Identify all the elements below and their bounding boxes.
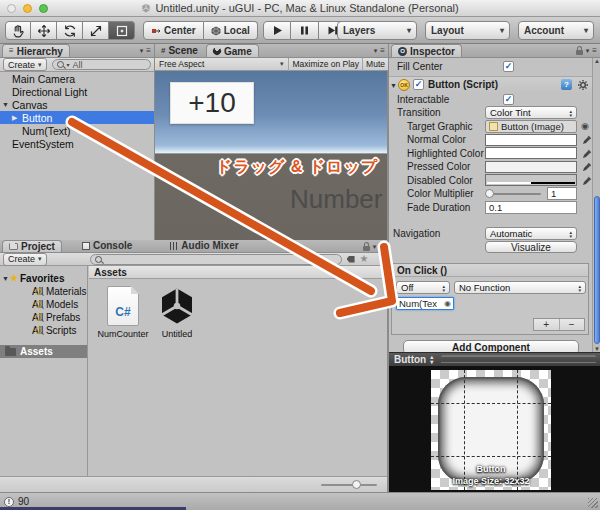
color-multiplier-field[interactable]: 1 — [547, 187, 577, 200]
layers-dropdown[interactable]: Layers — [337, 21, 417, 40]
foldout-open-icon[interactable]: ▼ — [390, 82, 397, 89]
hierarchy-item-eventsystem[interactable]: EventSystem — [0, 137, 154, 150]
file-numcounter[interactable]: C# NumCounter — [97, 286, 149, 339]
foldout-open-icon[interactable]: ▼ — [2, 275, 9, 282]
tab-inspector[interactable]: Inspector — [391, 44, 462, 57]
eyedropper-icon[interactable] — [582, 135, 592, 145]
favorites-all-models[interactable]: All Models — [0, 298, 87, 311]
tab-project[interactable]: Project — [2, 240, 62, 252]
lock-icon[interactable] — [576, 50, 583, 55]
panel-caret-icon[interactable]: ▾ — [140, 46, 144, 56]
aspect-dropdown[interactable]: Free Aspect — [159, 59, 204, 69]
hierarchy-item-canvas[interactable]: ▼Canvas — [0, 98, 154, 111]
scrollbar-thumb[interactable] — [594, 196, 600, 344]
favorites-all-scripts[interactable]: All Scripts — [0, 324, 87, 337]
preview-title-label: Button — [394, 354, 426, 365]
tab-game[interactable]: Game — [206, 44, 259, 57]
panel-menu-icon[interactable]: ≡ — [592, 46, 597, 56]
rect-tool-icon[interactable] — [109, 21, 135, 40]
lock-icon[interactable] — [363, 246, 370, 251]
color-multiplier-slider[interactable] — [485, 193, 541, 195]
foldout-open-icon[interactable]: ▼ — [2, 101, 9, 108]
eyedropper-icon[interactable] — [582, 176, 592, 186]
preview-header[interactable]: Button ▴▾ — [389, 352, 600, 366]
event-target-object-field[interactable]: Num(Tex ◉ — [396, 297, 454, 310]
panel-caret-icon[interactable]: ▾ — [373, 242, 377, 252]
pressed-color-swatch[interactable] — [485, 161, 577, 173]
transition-dropdown[interactable]: Color Tint — [485, 106, 577, 119]
hierarchy-item-main-camera[interactable]: Main Camera — [0, 72, 154, 85]
object-picker-icon[interactable]: ◉ — [581, 121, 589, 131]
resize-grip[interactable] — [588, 498, 598, 508]
panel-menu-icon[interactable]: ≡ — [379, 242, 384, 252]
hierarchy-create-button[interactable]: Create — [3, 58, 47, 71]
scroll-up-icon[interactable]: ▲ — [593, 58, 600, 64]
hierarchy-search-input[interactable]: ▾ All — [52, 59, 151, 70]
button-script-header[interactable]: ▼ Button (Script) — [389, 76, 593, 93]
object-picker-icon[interactable]: ◉ — [444, 299, 451, 308]
event-function-dropdown[interactable]: No Function — [454, 281, 586, 294]
panel-menu-icon[interactable]: ≡ — [380, 46, 385, 56]
event-state-dropdown[interactable]: Off — [396, 281, 450, 294]
close-window-button[interactable] — [7, 4, 16, 13]
mute-button[interactable]: Mute — [366, 59, 385, 69]
file-untitled[interactable]: Untitled — [151, 286, 203, 339]
play-button[interactable] — [263, 21, 291, 40]
panel-caret-icon[interactable]: ▾ — [586, 46, 590, 56]
space-local-button[interactable]: Local — [204, 21, 258, 40]
move-tool-icon[interactable] — [31, 21, 57, 40]
panel-caret-icon[interactable]: ▾ — [374, 46, 378, 56]
navigation-dropdown[interactable]: Automatic — [485, 227, 577, 240]
target-graphic-object-field[interactable]: Button (Image) — [485, 120, 577, 133]
warning-icon[interactable] — [4, 497, 14, 507]
rotate-tool-icon[interactable] — [57, 21, 83, 40]
maximize-window-button[interactable] — [39, 4, 48, 13]
fill-center-checkbox[interactable] — [503, 61, 514, 72]
foldout-closed-icon[interactable]: ▶ — [12, 114, 17, 122]
game-plus10-button[interactable]: +10 — [170, 82, 254, 124]
pivot-center-button[interactable]: Center — [143, 21, 204, 40]
panel-menu-icon[interactable]: ≡ — [146, 46, 151, 56]
hierarchy-item-directional-light[interactable]: Directional Light — [0, 85, 154, 98]
favorites-item[interactable]: ▼ ★ Favorites — [0, 272, 87, 285]
gear-icon[interactable] — [577, 79, 589, 91]
drag-handle[interactable] — [441, 356, 596, 363]
tab-console[interactable]: Console — [76, 239, 138, 252]
add-event-button[interactable]: + — [534, 319, 560, 330]
preview-popout-icon[interactable]: ▴▾ — [430, 355, 433, 365]
scale-tool-icon[interactable] — [83, 21, 109, 40]
minimize-window-button[interactable] — [23, 4, 32, 13]
component-enabled-checkbox[interactable] — [413, 79, 424, 90]
eyedropper-icon[interactable] — [582, 149, 592, 159]
assets-folder-item[interactable]: Assets — [0, 345, 87, 358]
hand-tool-icon[interactable] — [5, 21, 31, 40]
label-tag-icon[interactable] — [347, 256, 355, 263]
maximize-on-play-button[interactable]: Maximize on Play — [292, 59, 359, 69]
disabled-color-swatch[interactable] — [485, 174, 577, 186]
hierarchy-item-button[interactable]: ▶Button — [0, 111, 154, 124]
layout-dropdown[interactable]: Layout — [425, 21, 510, 40]
remove-event-button[interactable]: − — [560, 319, 585, 330]
tab-audio-mixer[interactable]: Audio Mixer — [164, 239, 244, 252]
visualize-button[interactable]: Visualize — [485, 241, 577, 253]
slider-thumb[interactable] — [352, 480, 361, 489]
favorites-all-prefabs[interactable]: All Prefabs — [0, 311, 87, 324]
help-icon[interactable] — [561, 79, 572, 90]
normal-color-swatch[interactable] — [485, 134, 577, 146]
highlighted-color-swatch[interactable] — [485, 147, 577, 159]
account-dropdown[interactable]: Account — [518, 21, 594, 40]
favorites-all-materials[interactable]: All Materials — [0, 285, 87, 298]
tab-hierarchy[interactable]: ≡ Hierarchy — [2, 44, 70, 57]
thumbnail-zoom-slider[interactable] — [321, 484, 377, 486]
inspector-scrollbar[interactable]: ▲ ▼ — [592, 58, 600, 352]
eyedropper-icon[interactable] — [582, 162, 592, 172]
hierarchy-item-num-text[interactable]: Num(Text) — [0, 124, 154, 137]
tab-scene[interactable]: # Scene — [155, 44, 204, 57]
project-create-button[interactable]: Create — [3, 253, 47, 266]
pause-button[interactable] — [291, 21, 319, 40]
interactable-checkbox[interactable] — [503, 94, 514, 105]
favorite-star-icon[interactable]: ★ — [360, 254, 369, 264]
slider-thumb[interactable] — [485, 189, 494, 198]
project-search-input[interactable] — [90, 254, 342, 265]
fade-duration-field[interactable]: 0.1 — [485, 201, 577, 214]
